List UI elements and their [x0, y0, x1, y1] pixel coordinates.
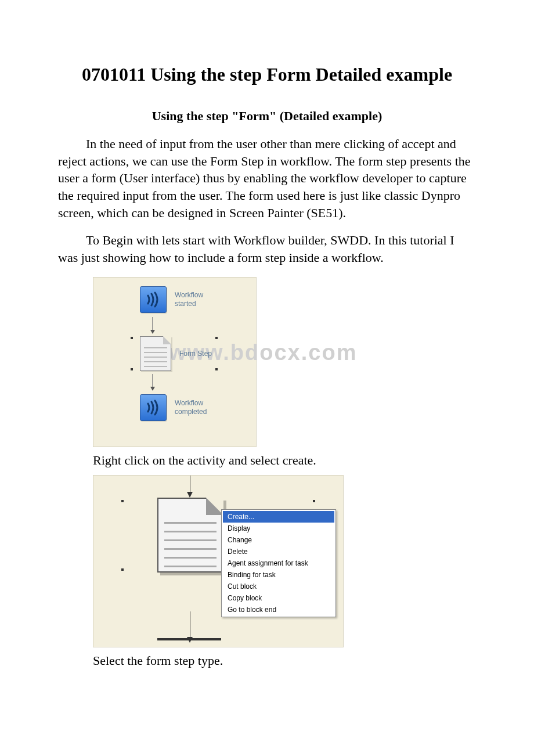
menu-item-copy-block[interactable]: Copy block: [223, 592, 334, 604]
form-step-icon-large: [157, 498, 223, 573]
menu-item-cut-block[interactable]: Cut block: [223, 581, 334, 592]
menu-item-go-block-end[interactable]: Go to block end: [223, 604, 334, 615]
form-step-icon: [140, 336, 171, 371]
workflow-end-node: Workflow completed: [140, 390, 256, 425]
anchor-dot: [131, 368, 133, 370]
anchor-dot: [131, 337, 133, 339]
context-menu: Create... Display Change Delete Agent as…: [221, 509, 336, 617]
page-subtitle: Using the step "Form" (Detailed example): [58, 109, 476, 124]
workflow-form-step-label: Form Step: [179, 350, 212, 358]
paragraph-1-text: In the need of input from the user other…: [58, 136, 471, 220]
anchor-dot: [215, 337, 218, 339]
menu-item-create[interactable]: Create...: [223, 511, 334, 523]
menu-item-delete[interactable]: Delete: [223, 546, 334, 557]
arrowhead-down-icon: [187, 492, 193, 498]
anchor-dot: [215, 368, 218, 370]
anchor-dot: [121, 500, 124, 502]
menu-item-change[interactable]: Change: [223, 534, 334, 546]
sound-waves-icon: [140, 286, 167, 313]
page-title: 0701011 Using the step Form Detailed exa…: [58, 64, 476, 85]
menu-item-display[interactable]: Display: [223, 523, 334, 534]
paragraph-2: To Begin with lets start with Workflow b…: [58, 232, 476, 266]
anchor-dot: [121, 568, 124, 571]
workflow-end-label: Workflow completed: [175, 399, 207, 416]
caption-1: Right click on the activity and select c…: [93, 453, 476, 468]
caption-2: Select the form step type.: [93, 653, 476, 668]
paragraph-2-text: To Begin with lets start with Workflow b…: [58, 233, 454, 265]
anchor-dot: [313, 500, 315, 502]
flow-arrow: [190, 611, 190, 638]
menu-item-binding[interactable]: Binding for task: [223, 569, 334, 581]
connector-arrow: [152, 317, 256, 333]
paragraph-1: In the need of input from the user other…: [58, 135, 476, 221]
flow-arrow: [190, 476, 190, 493]
workflow-form-step-node: Form Step: [134, 333, 256, 374]
connector-arrow: [152, 374, 256, 390]
workflow-start-label: Workflow started: [175, 291, 203, 308]
context-menu-figure: ) Create... Display Change Delete Agent …: [93, 475, 344, 647]
workflow-start-node: Workflow started: [140, 282, 256, 317]
menu-item-agent-assignment[interactable]: Agent assignment for task: [223, 557, 334, 569]
flow-terminator-bar: [157, 638, 221, 640]
sound-waves-icon: [140, 394, 167, 421]
workflow-diagram-figure: www.bdocx.com Workflow started Form Step: [93, 277, 257, 447]
